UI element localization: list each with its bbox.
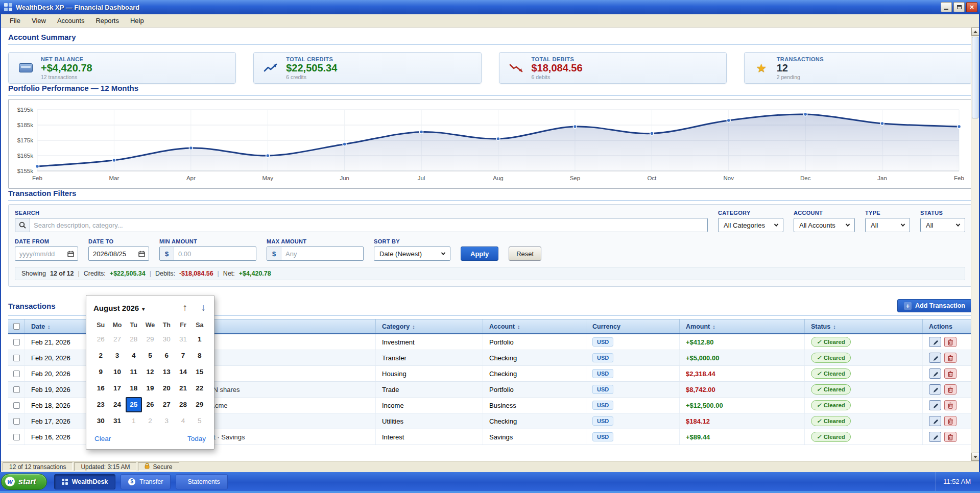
calendar-prev-month-button[interactable]: ↑ bbox=[183, 302, 188, 313]
calendar-day[interactable]: 8 bbox=[192, 348, 208, 363]
calendar-day[interactable]: 5 bbox=[192, 413, 208, 429]
calendar-day[interactable]: 20 bbox=[158, 381, 175, 396]
calendar-day-selected[interactable]: 25 bbox=[126, 397, 142, 412]
edit-button[interactable] bbox=[929, 384, 941, 395]
calendar-day[interactable]: 1 bbox=[192, 332, 208, 347]
menu-view[interactable]: View bbox=[26, 15, 52, 27]
calendar-day[interactable]: 19 bbox=[142, 381, 158, 396]
menu-reports[interactable]: Reports bbox=[90, 15, 125, 27]
taskbar-button-wealthdesk[interactable]: WealthDesk bbox=[54, 474, 116, 489]
column-header-actions[interactable]: Actions bbox=[923, 319, 972, 333]
calendar-day[interactable]: 12 bbox=[142, 364, 158, 380]
calendar-day[interactable]: 27 bbox=[109, 332, 125, 347]
calendar-day[interactable]: 23 bbox=[92, 397, 109, 412]
content-scrollbar[interactable] bbox=[971, 28, 979, 461]
search-input[interactable] bbox=[30, 218, 707, 232]
column-header-status[interactable]: Status↕ bbox=[805, 319, 923, 333]
column-header-account[interactable]: Account↕ bbox=[483, 319, 586, 333]
calendar-day[interactable]: 5 bbox=[142, 348, 158, 363]
sort-by-select[interactable]: Date (Newest) bbox=[374, 246, 450, 261]
calendar-day[interactable]: 3 bbox=[109, 348, 125, 363]
delete-button[interactable] bbox=[944, 353, 957, 363]
column-header-amount[interactable]: Amount↕ bbox=[680, 319, 805, 333]
calendar-day[interactable]: 7 bbox=[175, 348, 191, 363]
edit-button[interactable] bbox=[929, 432, 941, 442]
delete-button[interactable] bbox=[944, 368, 957, 379]
delete-button[interactable] bbox=[944, 384, 957, 395]
row-checkbox[interactable] bbox=[13, 371, 20, 377]
calendar-clear-link[interactable]: Clear bbox=[94, 435, 111, 442]
date-from-input[interactable] bbox=[15, 247, 67, 260]
calendar-today-link[interactable]: Today bbox=[187, 435, 206, 442]
category-select[interactable]: All Categories bbox=[718, 218, 783, 232]
calendar-day[interactable]: 29 bbox=[142, 332, 158, 347]
calendar-day[interactable]: 17 bbox=[109, 381, 125, 396]
close-button[interactable]: ✕ bbox=[966, 2, 977, 12]
row-checkbox[interactable] bbox=[13, 339, 20, 346]
max-amount-input[interactable] bbox=[281, 247, 363, 260]
calendar-day[interactable]: 28 bbox=[175, 397, 191, 412]
edit-button[interactable] bbox=[929, 353, 941, 363]
calendar-day[interactable]: 21 bbox=[175, 381, 191, 396]
delete-button[interactable] bbox=[944, 337, 957, 347]
calendar-day[interactable]: 15 bbox=[192, 364, 208, 380]
calendar-day[interactable]: 28 bbox=[126, 332, 142, 347]
add-transaction-button[interactable]: + Add Transaction bbox=[897, 299, 972, 312]
row-checkbox[interactable] bbox=[13, 434, 20, 440]
calendar-day[interactable]: 10 bbox=[109, 364, 125, 380]
min-amount-input[interactable] bbox=[174, 247, 256, 260]
calendar-day[interactable]: 14 bbox=[175, 364, 191, 380]
delete-button[interactable] bbox=[944, 400, 957, 410]
row-checkbox[interactable] bbox=[13, 386, 20, 393]
scrollbar-thumb[interactable] bbox=[972, 37, 978, 118]
calendar-icon[interactable] bbox=[138, 247, 149, 260]
scroll-down-button[interactable] bbox=[971, 453, 979, 461]
calendar-day[interactable]: 27 bbox=[158, 397, 175, 412]
edit-button[interactable] bbox=[929, 368, 941, 379]
calendar-day[interactable]: 1 bbox=[126, 413, 142, 429]
edit-button[interactable] bbox=[929, 400, 941, 410]
calendar-day[interactable]: 29 bbox=[192, 397, 208, 412]
scroll-up-button[interactable] bbox=[971, 28, 979, 36]
calendar-day[interactable]: 9 bbox=[92, 364, 109, 380]
delete-button[interactable] bbox=[944, 416, 957, 426]
calendar-day[interactable]: 2 bbox=[92, 348, 109, 363]
calendar-month-selector[interactable]: August 2026▾ bbox=[93, 304, 145, 312]
calendar-next-month-button[interactable]: ↓ bbox=[201, 302, 206, 313]
menu-file[interactable]: File bbox=[4, 15, 26, 27]
minimize-button[interactable] bbox=[941, 2, 952, 12]
column-header-category[interactable]: Category↕ bbox=[376, 319, 483, 333]
calendar-day[interactable]: 6 bbox=[158, 348, 175, 363]
delete-button[interactable] bbox=[944, 432, 957, 442]
calendar-day[interactable]: 2 bbox=[142, 413, 158, 429]
calendar-day[interactable]: 31 bbox=[175, 332, 191, 347]
calendar-day[interactable]: 18 bbox=[126, 381, 142, 396]
calendar-day[interactable]: 4 bbox=[175, 413, 191, 429]
calendar-day[interactable]: 22 bbox=[192, 381, 208, 396]
menu-accounts[interactable]: Accounts bbox=[52, 15, 90, 27]
edit-button[interactable] bbox=[929, 416, 941, 426]
calendar-day[interactable]: 4 bbox=[126, 348, 142, 363]
reset-button[interactable]: Reset bbox=[509, 246, 541, 261]
account-select[interactable]: All Accounts bbox=[794, 218, 855, 232]
calendar-day[interactable]: 24 bbox=[109, 397, 125, 412]
apply-button[interactable]: Apply bbox=[461, 246, 498, 261]
column-header-currency[interactable]: Currency bbox=[586, 319, 680, 333]
row-checkbox[interactable] bbox=[13, 418, 20, 425]
taskbar-button-statements[interactable]: Statements bbox=[176, 474, 227, 489]
row-checkbox[interactable] bbox=[13, 355, 20, 361]
date-to-input[interactable] bbox=[89, 247, 138, 260]
calendar-day[interactable]: 3 bbox=[158, 413, 175, 429]
select-all-checkbox[interactable] bbox=[13, 323, 20, 330]
edit-button[interactable] bbox=[929, 337, 941, 347]
calendar-day[interactable]: 26 bbox=[142, 397, 158, 412]
calendar-day[interactable]: 30 bbox=[92, 413, 109, 429]
calendar-day[interactable]: 13 bbox=[158, 364, 175, 380]
calendar-day[interactable]: 11 bbox=[126, 364, 142, 380]
row-checkbox[interactable] bbox=[13, 402, 20, 409]
type-select[interactable]: All bbox=[865, 218, 910, 232]
calendar-day[interactable]: 30 bbox=[158, 332, 175, 347]
status-select[interactable]: All bbox=[920, 218, 965, 232]
taskbar-button-transfer[interactable]: $Transfer bbox=[121, 474, 171, 489]
maximize-button[interactable] bbox=[953, 2, 965, 12]
